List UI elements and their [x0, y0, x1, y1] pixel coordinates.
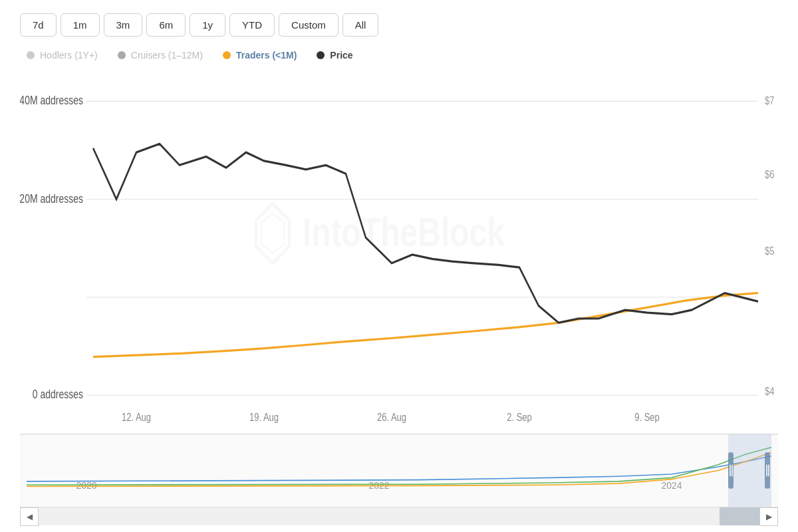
- svg-text:$7: $7: [765, 94, 774, 107]
- svg-text:9. Sep: 9. Sep: [634, 410, 660, 423]
- svg-text:$4: $4: [765, 385, 774, 398]
- svg-text:26. Aug: 26. Aug: [377, 410, 406, 423]
- scroll-track[interactable]: [39, 507, 759, 525]
- time-filter-6m[interactable]: 6m: [146, 13, 186, 37]
- svg-text:12. Aug: 12. Aug: [122, 410, 151, 423]
- time-filter-bar: 7d1m3m6m1yYTDCustomAll: [20, 13, 778, 37]
- chart-section: 40M addresses 20M addresses 0 addresses …: [20, 67, 778, 434]
- svg-text:0 addresses: 0 addresses: [33, 388, 83, 401]
- time-filter-custom[interactable]: Custom: [279, 13, 338, 37]
- svg-rect-19: [20, 434, 778, 507]
- svg-text:2022: 2022: [368, 479, 389, 491]
- scroll-left-button[interactable]: ◀: [20, 507, 39, 526]
- svg-text:2024: 2024: [661, 479, 682, 491]
- svg-rect-26: [765, 452, 770, 489]
- time-filter-3m[interactable]: 3m: [104, 13, 143, 37]
- svg-text:19. Aug: 19. Aug: [249, 410, 279, 423]
- time-filter-all[interactable]: All: [342, 13, 379, 37]
- svg-text:$5: $5: [765, 244, 774, 257]
- legend-label-hodlers: Hodlers (1Y+): [40, 50, 98, 61]
- time-filter-7d[interactable]: 7d: [20, 13, 57, 37]
- svg-text:20M addresses: 20M addresses: [20, 192, 83, 205]
- timeline-section: 2020 2022 2024: [20, 434, 778, 507]
- legend-dot-price: [317, 51, 325, 59]
- scroll-right-button[interactable]: ▶: [759, 507, 778, 526]
- svg-text:IntoTheBlock: IntoTheBlock: [303, 209, 505, 255]
- main-container: 7d1m3m6m1yYTDCustomAll Hodlers (1Y+)Crui…: [0, 0, 798, 532]
- legend-item-traders[interactable]: Traders (<1M): [223, 50, 297, 61]
- time-filter-1y[interactable]: 1y: [190, 13, 225, 37]
- svg-text:40M addresses: 40M addresses: [20, 94, 83, 107]
- time-filter-ytd[interactable]: YTD: [229, 13, 275, 37]
- main-chart-svg: 40M addresses 20M addresses 0 addresses …: [20, 67, 778, 434]
- svg-text:$6: $6: [765, 168, 774, 180]
- svg-text:2. Sep: 2. Sep: [507, 410, 532, 423]
- legend-dot-traders: [223, 51, 231, 59]
- legend-label-traders: Traders (<1M): [236, 50, 297, 61]
- chart-legend: Hodlers (1Y+)Cruisers (1–12M)Traders (<1…: [20, 50, 778, 61]
- scrollbar: ◀ ▶: [20, 507, 778, 525]
- legend-dot-hodlers: [27, 51, 35, 59]
- legend-item-cruisers[interactable]: Cruisers (1–12M): [118, 50, 203, 61]
- legend-label-cruisers: Cruisers (1–12M): [131, 50, 203, 61]
- svg-rect-25: [728, 452, 733, 489]
- legend-item-price[interactable]: Price: [317, 50, 352, 61]
- svg-marker-17: [261, 213, 284, 253]
- legend-dot-cruisers: [118, 51, 126, 59]
- legend-item-hodlers[interactable]: Hodlers (1Y+): [27, 50, 98, 61]
- scroll-thumb[interactable]: [720, 507, 759, 525]
- legend-label-price: Price: [330, 50, 352, 61]
- time-filter-1m[interactable]: 1m: [61, 13, 100, 37]
